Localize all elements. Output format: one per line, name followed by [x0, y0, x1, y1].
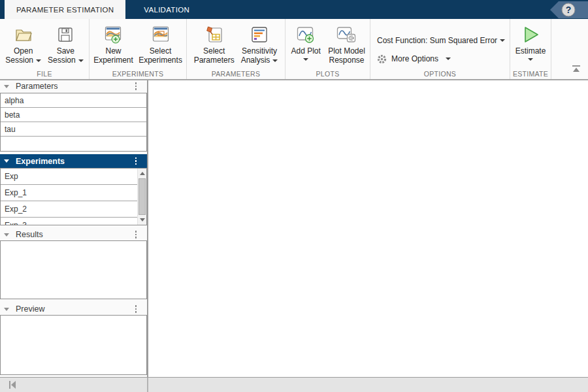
button-label: Sensitivity [242, 46, 277, 56]
dropdown-caret-icon [500, 39, 505, 42]
button-label: Select [203, 46, 225, 56]
plot-model-response-button[interactable]: Plot Model Response [326, 23, 367, 65]
add-plot-button[interactable]: Add Plot [288, 23, 323, 61]
question-mark-icon: ? [550, 1, 588, 18]
panel-title: Preview [16, 304, 44, 314]
section-estimate: Estimate ESTIMATE [510, 19, 551, 79]
button-label: Analysis [241, 56, 270, 65]
list-item[interactable]: Exp [1, 169, 137, 185]
gear-icon [377, 54, 387, 64]
experiments-list: Exp Exp_1 Exp_2 Exp_3 [0, 168, 147, 225]
button-label: Add Plot [291, 46, 320, 56]
kebab-menu-icon[interactable] [135, 305, 137, 313]
list-item[interactable]: Exp_1 [1, 185, 137, 201]
button-label: Parameters [194, 56, 235, 65]
list-item[interactable]: alpha [1, 93, 146, 108]
save-session-button[interactable]: Save Session [46, 23, 86, 65]
list-item[interactable]: beta [1, 108, 146, 122]
button-label: Save [57, 46, 74, 56]
statusbar-divider [147, 378, 148, 392]
experiments-panel-header[interactable]: Experiments [0, 154, 147, 168]
svg-text:?: ? [566, 5, 572, 15]
panel-title: Experiments [16, 157, 65, 166]
results-panel-header[interactable]: Results [0, 229, 147, 240]
collapse-triangle-icon [4, 159, 9, 163]
button-label: Plot Model [328, 46, 365, 56]
section-label-options: OPTIONS [370, 70, 510, 78]
list-item[interactable]: tau [1, 122, 146, 137]
dropdown-caret-icon [528, 58, 533, 61]
minimize-toolstrip-button[interactable] [571, 63, 581, 75]
collapse-triangle-icon [4, 233, 9, 237]
kebab-menu-icon[interactable] [135, 231, 137, 238]
tab-validation[interactable]: VALIDATION [132, 0, 201, 19]
dropdown-caret-icon [272, 59, 278, 62]
button-label: Response [329, 56, 364, 65]
button-label: Session [5, 56, 33, 65]
open-session-button[interactable]: Open Session [3, 23, 43, 65]
button-label: Select [150, 46, 171, 56]
select-parameters-button[interactable]: Select Parameters [192, 23, 237, 65]
select-parameters-icon [205, 23, 223, 46]
scrollbar-thumb[interactable] [139, 178, 146, 215]
toolstrip: Open Session Save Session FILE [0, 19, 588, 80]
play-triangle-icon [521, 23, 540, 46]
kebab-menu-icon[interactable] [135, 157, 137, 165]
button-label: Estimate [515, 46, 546, 56]
more-options-label: More Options [391, 54, 438, 63]
collapse-panel-button[interactable] [8, 380, 17, 389]
parameters-panel-header[interactable]: Parameters [0, 80, 147, 92]
more-options-button[interactable]: More Options [377, 54, 451, 64]
list-item-empty[interactable] [1, 137, 146, 151]
parameters-list: alpha beta tau [0, 93, 147, 152]
button-label: New [106, 46, 122, 56]
section-parameters: Select Parameters Sensitivity Analysis P… [187, 19, 286, 79]
section-label-plots: PLOTS [286, 70, 370, 78]
new-experiment-icon [105, 23, 123, 46]
list-item[interactable]: Exp_3 [1, 218, 137, 225]
estimate-button[interactable]: Estimate [513, 23, 548, 61]
collapse-up-icon [571, 65, 581, 73]
select-experiments-button[interactable]: Select Experiments [137, 23, 184, 65]
dropdown-caret-icon [303, 58, 308, 61]
section-label-experiments: EXPERIMENTS [90, 70, 186, 78]
list-item[interactable]: Exp_2 [1, 201, 137, 218]
parameter-estimation-app: PARAMETER ESTIMATION VALIDATION ? Open [0, 0, 588, 392]
scroll-down-arrow-icon[interactable] [140, 218, 145, 221]
section-label-parameters: PARAMETERS [187, 70, 285, 78]
save-floppy-icon [57, 23, 73, 46]
sensitivity-analysis-button[interactable]: Sensitivity Analysis [239, 23, 280, 65]
document-area [148, 80, 588, 377]
open-folder-icon [14, 23, 33, 46]
button-label: Session [48, 56, 76, 65]
add-plot-icon [297, 23, 315, 46]
collapse-triangle-icon [4, 85, 9, 88]
toolstrip-tabbar: PARAMETER ESTIMATION VALIDATION ? [0, 0, 588, 19]
dropdown-caret-icon [78, 59, 84, 62]
select-experiments-icon [152, 23, 170, 46]
data-browser-panel: Parameters alpha beta tau Experiments Ex… [0, 80, 147, 377]
panel-title: Results [16, 230, 43, 239]
dropdown-caret-icon [36, 59, 41, 62]
preview-box [0, 315, 147, 375]
cost-function-label: Cost Function: Sum Squared Error [377, 36, 497, 45]
cost-function-dropdown[interactable]: Cost Function: Sum Squared Error [377, 36, 505, 45]
section-plots: Add Plot Plot Model Response PLOTS [286, 19, 370, 79]
collapse-left-icon [8, 380, 17, 389]
section-label-estimate: ESTIMATE [510, 70, 551, 78]
kebab-menu-icon[interactable] [135, 82, 137, 90]
help-button[interactable]: ? [550, 1, 588, 18]
statusbar [0, 377, 588, 392]
section-options: Cost Function: Sum Squared Error More Op… [370, 19, 510, 79]
section-experiments: New Experiment Select Experiments [90, 19, 187, 79]
new-experiment-button[interactable]: New Experiment [92, 23, 135, 65]
vertical-scrollbar[interactable] [137, 169, 146, 225]
scroll-up-arrow-icon[interactable] [140, 172, 145, 175]
results-list[interactable] [0, 240, 147, 299]
workspace: Parameters alpha beta tau Experiments Ex… [0, 80, 588, 377]
section-label-file: FILE [0, 70, 89, 78]
preview-panel-header[interactable]: Preview [0, 303, 147, 315]
collapse-triangle-icon [4, 308, 9, 311]
tab-parameter-estimation[interactable]: PARAMETER ESTIMATION [5, 0, 125, 19]
toolbar-spacer [551, 19, 588, 79]
